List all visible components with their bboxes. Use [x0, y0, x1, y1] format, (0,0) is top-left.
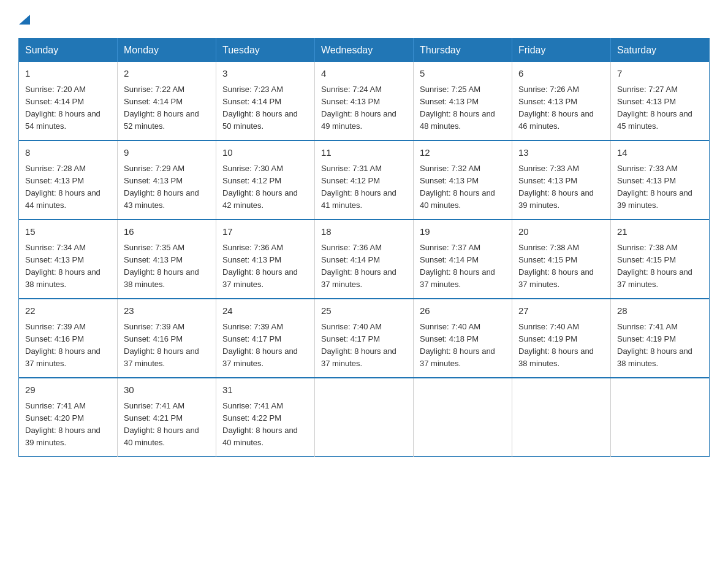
day-cell-5: 5Sunrise: 7:25 AMSunset: 4:13 PMDaylight… — [414, 62, 512, 140]
day-info: Sunrise: 7:40 AMSunset: 4:19 PMDaylight:… — [518, 321, 604, 370]
calendar-header-row: SundayMondayTuesdayWednesdayThursdayFrid… — [19, 39, 710, 63]
day-number: 11 — [321, 146, 407, 160]
day-number: 31 — [222, 383, 308, 397]
header-sunday: Sunday — [19, 39, 118, 63]
day-number: 17 — [222, 225, 308, 239]
day-info: Sunrise: 7:37 AMSunset: 4:14 PMDaylight:… — [420, 242, 506, 291]
page-header — [18, 12, 710, 26]
empty-cell-4-5 — [512, 378, 611, 457]
day-number: 14 — [617, 146, 703, 160]
day-info: Sunrise: 7:31 AMSunset: 4:12 PMDaylight:… — [321, 163, 407, 212]
day-number: 15 — [25, 225, 111, 239]
day-number: 1 — [25, 67, 111, 81]
header-saturday: Saturday — [611, 39, 710, 63]
day-number: 16 — [124, 225, 210, 239]
day-number: 25 — [321, 304, 407, 318]
day-info: Sunrise: 7:39 AMSunset: 4:17 PMDaylight:… — [222, 321, 308, 370]
day-cell-27: 27Sunrise: 7:40 AMSunset: 4:19 PMDayligh… — [512, 299, 611, 378]
day-info: Sunrise: 7:20 AMSunset: 4:14 PMDaylight:… — [25, 83, 111, 133]
day-cell-14: 14Sunrise: 7:33 AMSunset: 4:13 PMDayligh… — [611, 140, 710, 220]
day-info: Sunrise: 7:29 AMSunset: 4:13 PMDaylight:… — [124, 163, 210, 212]
day-number: 13 — [518, 146, 604, 160]
day-info: Sunrise: 7:30 AMSunset: 4:12 PMDaylight:… — [222, 163, 308, 212]
day-info: Sunrise: 7:38 AMSunset: 4:15 PMDaylight:… — [518, 242, 604, 291]
day-cell-30: 30Sunrise: 7:41 AMSunset: 4:21 PMDayligh… — [118, 378, 216, 457]
day-cell-6: 6Sunrise: 7:26 AMSunset: 4:13 PMDaylight… — [512, 62, 611, 140]
day-number: 3 — [222, 67, 308, 81]
day-info: Sunrise: 7:32 AMSunset: 4:13 PMDaylight:… — [420, 163, 506, 212]
day-cell-3: 3Sunrise: 7:23 AMSunset: 4:14 PMDaylight… — [216, 62, 315, 140]
day-info: Sunrise: 7:25 AMSunset: 4:13 PMDaylight:… — [420, 83, 506, 133]
day-cell-28: 28Sunrise: 7:41 AMSunset: 4:19 PMDayligh… — [611, 299, 710, 378]
day-cell-31: 31Sunrise: 7:41 AMSunset: 4:22 PMDayligh… — [216, 378, 315, 457]
day-info: Sunrise: 7:41 AMSunset: 4:19 PMDaylight:… — [617, 321, 703, 370]
day-info: Sunrise: 7:24 AMSunset: 4:13 PMDaylight:… — [321, 83, 407, 133]
day-cell-26: 26Sunrise: 7:40 AMSunset: 4:18 PMDayligh… — [414, 299, 512, 378]
day-number: 30 — [124, 383, 210, 397]
header-monday: Monday — [118, 39, 216, 63]
header-thursday: Thursday — [414, 39, 512, 63]
logo — [18, 12, 30, 26]
day-info: Sunrise: 7:28 AMSunset: 4:13 PMDaylight:… — [25, 163, 111, 212]
day-number: 6 — [518, 67, 604, 81]
day-info: Sunrise: 7:41 AMSunset: 4:22 PMDaylight:… — [222, 400, 308, 450]
header-friday: Friday — [512, 39, 611, 63]
day-info: Sunrise: 7:26 AMSunset: 4:13 PMDaylight:… — [518, 83, 604, 133]
day-cell-8: 8Sunrise: 7:28 AMSunset: 4:13 PMDaylight… — [19, 140, 118, 220]
week-row-1: 1Sunrise: 7:20 AMSunset: 4:14 PMDaylight… — [19, 62, 710, 140]
day-cell-19: 19Sunrise: 7:37 AMSunset: 4:14 PMDayligh… — [414, 220, 512, 299]
day-number: 22 — [25, 304, 111, 318]
day-cell-22: 22Sunrise: 7:39 AMSunset: 4:16 PMDayligh… — [19, 299, 118, 378]
day-cell-7: 7Sunrise: 7:27 AMSunset: 4:13 PMDaylight… — [611, 62, 710, 140]
day-number: 18 — [321, 225, 407, 239]
day-info: Sunrise: 7:39 AMSunset: 4:16 PMDaylight:… — [124, 321, 210, 370]
day-cell-23: 23Sunrise: 7:39 AMSunset: 4:16 PMDayligh… — [118, 299, 216, 378]
day-info: Sunrise: 7:35 AMSunset: 4:13 PMDaylight:… — [124, 242, 210, 291]
day-number: 8 — [25, 146, 111, 160]
week-row-3: 15Sunrise: 7:34 AMSunset: 4:13 PMDayligh… — [19, 220, 710, 299]
day-cell-9: 9Sunrise: 7:29 AMSunset: 4:13 PMDaylight… — [118, 140, 216, 220]
day-cell-4: 4Sunrise: 7:24 AMSunset: 4:13 PMDaylight… — [315, 62, 414, 140]
day-number: 19 — [420, 225, 506, 239]
day-cell-18: 18Sunrise: 7:36 AMSunset: 4:14 PMDayligh… — [315, 220, 414, 299]
day-info: Sunrise: 7:34 AMSunset: 4:13 PMDaylight:… — [25, 242, 111, 291]
day-info: Sunrise: 7:22 AMSunset: 4:14 PMDaylight:… — [124, 83, 210, 133]
day-number: 9 — [124, 146, 210, 160]
week-row-5: 29Sunrise: 7:41 AMSunset: 4:20 PMDayligh… — [19, 378, 710, 457]
day-cell-2: 2Sunrise: 7:22 AMSunset: 4:14 PMDaylight… — [118, 62, 216, 140]
day-cell-16: 16Sunrise: 7:35 AMSunset: 4:13 PMDayligh… — [118, 220, 216, 299]
day-info: Sunrise: 7:33 AMSunset: 4:13 PMDaylight:… — [518, 163, 604, 212]
day-info: Sunrise: 7:23 AMSunset: 4:14 PMDaylight:… — [222, 83, 308, 133]
day-info: Sunrise: 7:41 AMSunset: 4:20 PMDaylight:… — [25, 400, 111, 450]
day-info: Sunrise: 7:40 AMSunset: 4:17 PMDaylight:… — [321, 321, 407, 370]
week-row-2: 8Sunrise: 7:28 AMSunset: 4:13 PMDaylight… — [19, 140, 710, 220]
day-cell-21: 21Sunrise: 7:38 AMSunset: 4:15 PMDayligh… — [611, 220, 710, 299]
day-info: Sunrise: 7:27 AMSunset: 4:13 PMDaylight:… — [617, 83, 703, 133]
day-number: 7 — [617, 67, 703, 81]
header-tuesday: Tuesday — [216, 39, 315, 63]
day-info: Sunrise: 7:36 AMSunset: 4:14 PMDaylight:… — [321, 242, 407, 291]
day-info: Sunrise: 7:36 AMSunset: 4:13 PMDaylight:… — [222, 242, 308, 291]
day-info: Sunrise: 7:41 AMSunset: 4:21 PMDaylight:… — [124, 400, 210, 450]
day-cell-11: 11Sunrise: 7:31 AMSunset: 4:12 PMDayligh… — [315, 140, 414, 220]
day-number: 27 — [518, 304, 604, 318]
empty-cell-4-4 — [414, 378, 512, 457]
day-number: 12 — [420, 146, 506, 160]
day-info: Sunrise: 7:39 AMSunset: 4:16 PMDaylight:… — [25, 321, 111, 370]
day-cell-24: 24Sunrise: 7:39 AMSunset: 4:17 PMDayligh… — [216, 299, 315, 378]
empty-cell-4-3 — [315, 378, 414, 457]
header-wednesday: Wednesday — [315, 39, 414, 63]
day-number: 2 — [124, 67, 210, 81]
day-number: 23 — [124, 304, 210, 318]
day-number: 4 — [321, 67, 407, 81]
week-row-4: 22Sunrise: 7:39 AMSunset: 4:16 PMDayligh… — [19, 299, 710, 378]
day-number: 20 — [518, 225, 604, 239]
day-cell-13: 13Sunrise: 7:33 AMSunset: 4:13 PMDayligh… — [512, 140, 611, 220]
svg-marker-0 — [19, 15, 30, 25]
day-cell-20: 20Sunrise: 7:38 AMSunset: 4:15 PMDayligh… — [512, 220, 611, 299]
day-number: 5 — [420, 67, 506, 81]
day-number: 10 — [222, 146, 308, 160]
day-info: Sunrise: 7:33 AMSunset: 4:13 PMDaylight:… — [617, 163, 703, 212]
day-cell-1: 1Sunrise: 7:20 AMSunset: 4:14 PMDaylight… — [19, 62, 118, 140]
day-info: Sunrise: 7:38 AMSunset: 4:15 PMDaylight:… — [617, 242, 703, 291]
